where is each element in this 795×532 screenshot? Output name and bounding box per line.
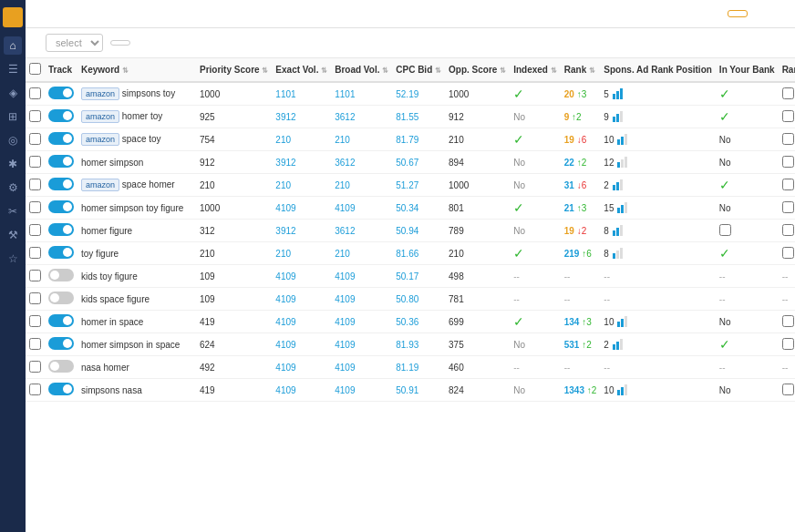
bank-checkbox[interactable] — [719, 224, 731, 236]
sidebar-icon-scissors[interactable]: ✂ — [4, 202, 22, 220]
row-checkbox[interactable] — [29, 87, 41, 99]
exact-link[interactable]: 3912 — [275, 226, 295, 236]
refresh-button[interactable] — [728, 10, 748, 17]
broad-link[interactable]: 3612 — [335, 112, 355, 122]
exact-link[interactable]: 210 — [275, 180, 291, 190]
exact-link[interactable]: 210 — [275, 135, 291, 145]
row-checkbox[interactable] — [29, 110, 41, 122]
sidebar-icon-star2[interactable]: ☆ — [4, 250, 22, 268]
notif-checkbox[interactable] — [782, 338, 794, 350]
cpc-link[interactable]: 81.19 — [396, 363, 418, 373]
exact-link[interactable]: 4109 — [275, 363, 295, 373]
row-checkbox[interactable] — [29, 292, 41, 304]
notif-checkbox[interactable] — [782, 384, 794, 395]
broad-link[interactable]: 3612 — [335, 226, 355, 236]
broad-link[interactable]: 4109 — [335, 317, 355, 327]
cpc-link[interactable]: 81.93 — [396, 340, 418, 350]
row-checkbox[interactable] — [29, 133, 41, 145]
cpc-link[interactable]: 50.34 — [396, 203, 418, 213]
track-toggle[interactable] — [48, 223, 74, 236]
cpc-link[interactable]: 51.27 — [396, 180, 418, 190]
notif-checkbox[interactable] — [782, 224, 794, 236]
bank-dash: -- — [719, 294, 726, 304]
track-toggle[interactable] — [48, 246, 74, 259]
broad-link[interactable]: 4109 — [335, 363, 355, 373]
exact-link[interactable]: 4109 — [275, 340, 295, 350]
track-toggle[interactable] — [48, 155, 74, 168]
row-bank-cell: -- — [716, 356, 779, 379]
sidebar-icon-search[interactable]: ⊞ — [4, 107, 22, 126]
sidebar-icon-home[interactable]: ⌂ — [4, 36, 22, 55]
exact-link[interactable]: 4109 — [275, 294, 295, 304]
broad-link[interactable]: 4109 — [335, 294, 355, 304]
broad-link[interactable]: 4109 — [335, 340, 355, 350]
cpc-link[interactable]: 50.67 — [396, 158, 418, 168]
broad-link[interactable]: 210 — [335, 249, 350, 259]
bulk-action-select[interactable]: select — [46, 34, 103, 52]
row-checkbox[interactable] — [29, 361, 41, 373]
sidebar-icon-grid[interactable]: ◈ — [4, 84, 22, 102]
broad-link[interactable]: 210 — [335, 180, 350, 190]
notif-checkbox[interactable] — [782, 247, 794, 259]
row-checkbox[interactable] — [29, 247, 41, 259]
track-toggle[interactable] — [48, 269, 74, 281]
row-checkbox[interactable] — [29, 179, 41, 190]
row-checkbox[interactable] — [29, 156, 41, 168]
track-toggle[interactable] — [48, 200, 74, 213]
track-toggle[interactable] — [48, 383, 74, 395]
apply-button[interactable] — [110, 40, 130, 46]
track-toggle[interactable] — [48, 178, 74, 190]
broad-link[interactable]: 3612 — [335, 158, 355, 168]
exact-link[interactable]: 4109 — [275, 317, 295, 327]
cpc-link[interactable]: 50.36 — [396, 317, 418, 327]
cpc-link[interactable]: 81.66 — [396, 249, 418, 259]
track-toggle[interactable] — [48, 360, 74, 373]
sidebar-icon-menu[interactable]: ☰ — [4, 60, 22, 78]
broad-link[interactable]: 1101 — [335, 89, 355, 99]
track-toggle[interactable] — [48, 292, 74, 304]
notif-checkbox[interactable] — [782, 87, 794, 99]
sidebar-logo[interactable] — [3, 7, 23, 27]
notif-checkbox[interactable] — [782, 133, 794, 145]
cpc-link[interactable]: 52.19 — [396, 89, 418, 99]
broad-link[interactable]: 4109 — [335, 203, 355, 213]
row-checkbox[interactable] — [29, 315, 41, 327]
sidebar-icon-star[interactable]: ✱ — [4, 155, 22, 173]
row-checkbox[interactable] — [29, 224, 41, 236]
cpc-link[interactable]: 81.79 — [396, 135, 418, 145]
select-all-checkbox[interactable] — [29, 63, 41, 75]
notif-checkbox[interactable] — [782, 156, 794, 168]
broad-link[interactable]: 4109 — [335, 385, 355, 395]
rank-dash: -- — [564, 294, 571, 304]
row-checkbox[interactable] — [29, 338, 41, 350]
track-toggle[interactable] — [48, 109, 74, 122]
exact-link[interactable]: 210 — [275, 249, 291, 259]
track-toggle[interactable] — [48, 314, 74, 327]
cpc-link[interactable]: 50.94 — [396, 226, 418, 236]
exact-link[interactable]: 3912 — [275, 112, 295, 122]
track-toggle[interactable] — [48, 132, 74, 145]
row-checkbox[interactable] — [29, 201, 41, 213]
notif-checkbox[interactable] — [782, 179, 794, 190]
cpc-link[interactable]: 50.91 — [396, 385, 418, 395]
notif-checkbox[interactable] — [782, 201, 794, 213]
cpc-link[interactable]: 50.17 — [396, 271, 418, 281]
cpc-link[interactable]: 81.55 — [396, 112, 418, 122]
cpc-link[interactable]: 50.80 — [396, 294, 418, 304]
track-toggle[interactable] — [48, 337, 74, 350]
exact-link[interactable]: 1101 — [275, 89, 295, 99]
sidebar-icon-settings[interactable]: ⚙ — [4, 179, 22, 197]
sidebar-icon-tools[interactable]: ⚒ — [4, 226, 22, 244]
row-checkbox[interactable] — [29, 384, 41, 395]
exact-link[interactable]: 4109 — [275, 385, 295, 395]
broad-link[interactable]: 4109 — [335, 271, 355, 281]
sidebar-icon-target[interactable]: ◎ — [4, 131, 22, 149]
exact-link[interactable]: 4109 — [275, 203, 295, 213]
broad-link[interactable]: 210 — [335, 135, 350, 145]
notif-checkbox[interactable] — [782, 315, 794, 327]
track-toggle[interactable] — [48, 87, 74, 99]
exact-link[interactable]: 4109 — [275, 271, 295, 281]
exact-link[interactable]: 3912 — [275, 158, 295, 168]
row-checkbox[interactable] — [29, 270, 41, 281]
notif-checkbox[interactable] — [782, 110, 794, 122]
